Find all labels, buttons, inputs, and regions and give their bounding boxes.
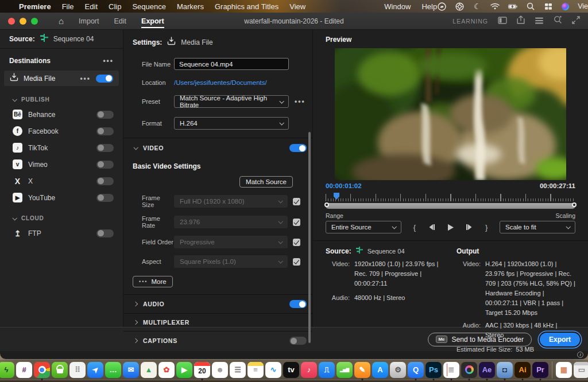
- share-export-icon[interactable]: [517, 15, 525, 26]
- captions-toggle[interactable]: [289, 337, 307, 345]
- frame-size-checkbox[interactable]: [293, 198, 300, 205]
- menu-premiere[interactable]: Premiere: [19, 2, 51, 11]
- frame-rate-checkbox[interactable]: [293, 219, 300, 226]
- range-end-handle[interactable]: [572, 202, 577, 207]
- frame-rate-dropdown[interactable]: 23.976: [174, 216, 288, 228]
- menu-clip[interactable]: Clip: [109, 2, 121, 11]
- panel-layout-icon[interactable]: [498, 16, 507, 26]
- dock-photoshop[interactable]: Ps: [425, 362, 442, 378]
- dock-chrome[interactable]: [34, 362, 50, 378]
- media-file-toggle[interactable]: [96, 75, 113, 83]
- menu-view[interactable]: View: [289, 2, 305, 11]
- more-button[interactable]: ••• More: [133, 276, 173, 287]
- ftp-toggle[interactable]: [96, 229, 114, 237]
- dock-minimized-window[interactable]: ▭: [574, 362, 588, 378]
- source-sequence-name[interactable]: Sequence 04: [53, 35, 94, 43]
- section-multiplexer[interactable]: MULTIPLEXER: [123, 313, 312, 331]
- step-back-button[interactable]: [427, 224, 435, 231]
- behance-toggle[interactable]: [96, 111, 114, 119]
- tab-edit[interactable]: Edit: [114, 13, 127, 30]
- destination-media-file[interactable]: Media File •••: [4, 71, 119, 86]
- menu-edit[interactable]: Edit: [85, 2, 98, 11]
- youtube-toggle[interactable]: [96, 194, 114, 202]
- step-forward-button[interactable]: [466, 224, 474, 231]
- current-timecode[interactable]: 00:00:01:02: [326, 182, 362, 189]
- dock-creative-cloud[interactable]: [461, 362, 477, 378]
- dock-textedit[interactable]: ≣: [443, 362, 459, 378]
- mark-in-button[interactable]: {: [413, 223, 416, 232]
- scaling-dropdown[interactable]: Scale to fit: [500, 221, 575, 233]
- close-window-button[interactable]: [8, 18, 15, 25]
- media-file-more-button[interactable]: •••: [80, 75, 91, 83]
- dock-premiere-pro[interactable]: Pr: [532, 362, 548, 378]
- help-buoy-status-icon[interactable]: [455, 2, 464, 10]
- menu-file[interactable]: File: [62, 2, 74, 11]
- publish-section-header[interactable]: PUBLISH: [0, 87, 123, 106]
- minimize-window-button[interactable]: [20, 18, 26, 25]
- format-dropdown[interactable]: H.264: [174, 117, 289, 130]
- menu-graphics-and-titles[interactable]: Graphics and Titles: [215, 2, 278, 11]
- dock-facetime[interactable]: ▶: [176, 362, 192, 378]
- menubar-clock[interactable]: Vie 20 de feb 8:29 p.m.: [578, 2, 588, 10]
- dock-maps[interactable]: ▲: [141, 362, 157, 378]
- dock-calendar[interactable]: 20: [194, 362, 210, 378]
- destination-vimeo[interactable]: vVimeo: [0, 156, 123, 173]
- preset-more-button[interactable]: •••: [295, 98, 305, 106]
- destination-x[interactable]: XX: [0, 173, 123, 189]
- field-order-checkbox[interactable]: [293, 239, 300, 246]
- timeline-ruler[interactable]: [326, 194, 575, 201]
- destination-tiktok[interactable]: ♪TikTok: [0, 139, 123, 156]
- section-audio[interactable]: AUDIO: [123, 294, 312, 313]
- display-arrangement-icon[interactable]: [544, 2, 553, 10]
- dock-notes[interactable]: ≡: [247, 362, 264, 378]
- menu-window[interactable]: Window: [384, 2, 411, 11]
- destination-youtube[interactable]: ▶YouTube: [0, 189, 123, 206]
- dock-messages[interactable]: …: [105, 362, 121, 378]
- audio-toggle[interactable]: [289, 300, 307, 308]
- dock-reminders[interactable]: ☰: [230, 362, 246, 378]
- siri-icon[interactable]: [562, 3, 569, 10]
- dock-numbers[interactable]: ▂▅▇: [336, 362, 353, 378]
- dock-lock-app[interactable]: [52, 362, 68, 378]
- cloud-section-header[interactable]: CLOUD: [0, 206, 123, 225]
- dock-after-effects[interactable]: Ae: [479, 362, 495, 378]
- dock-illustrator[interactable]: Ai: [514, 362, 531, 378]
- dock-apple-tv[interactable]: tv: [283, 362, 299, 378]
- settings-scrollbar[interactable]: [308, 132, 311, 343]
- dock-pinned-stack[interactable]: ▦: [556, 362, 572, 378]
- zoom-window-button[interactable]: [31, 18, 38, 25]
- destination-behance[interactable]: BēBehance: [0, 106, 123, 123]
- dock-safari[interactable]: ➤: [87, 362, 103, 378]
- destinations-more-button[interactable]: •••: [103, 57, 114, 65]
- facebook-toggle[interactable]: [96, 127, 114, 135]
- location-link[interactable]: /Users/jessifuentes/Documents/: [174, 79, 267, 86]
- range-start-handle[interactable]: [324, 202, 329, 207]
- spotlight-search-icon[interactable]: [526, 2, 535, 10]
- tiktok-toggle[interactable]: [96, 144, 114, 152]
- video-section-header[interactable]: VIDEO: [123, 138, 312, 157]
- menu-markers[interactable]: Markers: [177, 2, 204, 11]
- section-captions[interactable]: CAPTIONS: [123, 331, 312, 350]
- play-button[interactable]: [447, 224, 454, 231]
- dock-slack[interactable]: #: [16, 362, 32, 378]
- dock-keynote[interactable]: ⎍: [319, 362, 335, 378]
- dock-app-store[interactable]: A: [372, 362, 388, 378]
- range-scrubber[interactable]: [326, 203, 575, 209]
- aspect-checkbox[interactable]: [293, 258, 300, 266]
- dock-quicktime[interactable]: Q: [408, 362, 424, 378]
- file-name-input[interactable]: [174, 58, 289, 70]
- frame-size-dropdown[interactable]: Full HD (1920 x 1080): [174, 195, 288, 208]
- menu-sequence[interactable]: Sequence: [132, 2, 166, 11]
- dock-launchpad[interactable]: ⠿: [69, 362, 86, 378]
- vimeo-toggle[interactable]: [96, 161, 114, 169]
- range-dropdown[interactable]: Entire Source: [326, 221, 401, 233]
- mark-out-button[interactable]: }: [485, 223, 488, 232]
- video-toggle[interactable]: [289, 144, 307, 152]
- quick-zoom-icon[interactable]: [554, 15, 562, 26]
- workspace-menu-icon[interactable]: [535, 16, 544, 26]
- focus-moon-icon[interactable]: ☾: [473, 2, 482, 10]
- x-toggle[interactable]: [96, 177, 114, 185]
- dock-freeform[interactable]: ∿: [265, 362, 281, 378]
- dock-music[interactable]: ♪: [301, 362, 317, 378]
- dock-pages[interactable]: ✎: [354, 362, 370, 378]
